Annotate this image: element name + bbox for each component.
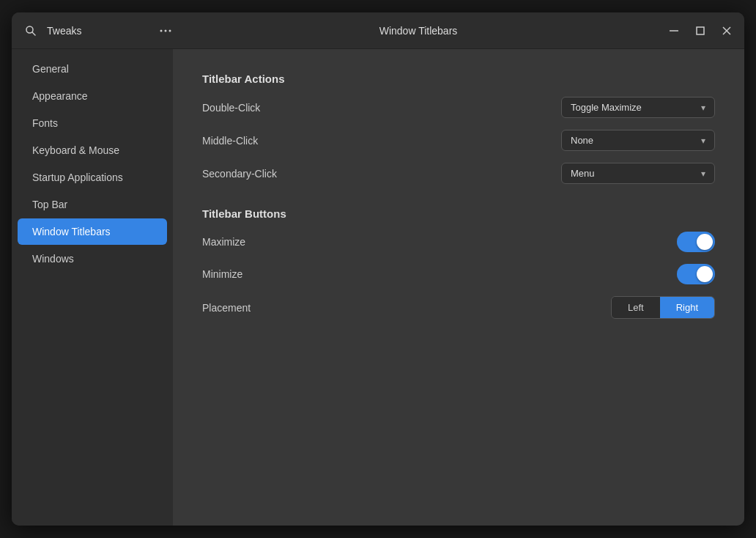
search-icon (25, 25, 37, 37)
maximize-toggle-knob (697, 234, 713, 250)
svg-line-1 (32, 32, 35, 35)
maximize-toggle-container (677, 232, 715, 252)
main-window: Tweaks Window Titlebars (12, 12, 744, 526)
titlebar-actions-heading: Titlebar Actions (202, 73, 715, 85)
maximize-row: Maximize (202, 232, 715, 252)
sidebar-item-window-titlebars[interactable]: Window Titlebars (18, 218, 167, 245)
main-panel: Titlebar Actions Double-Click Toggle Max… (173, 49, 744, 526)
maximize-button[interactable] (689, 19, 712, 43)
double-click-row: Double-Click Toggle Maximize ▾ (202, 97, 715, 118)
minimize-toggle-container (677, 264, 715, 284)
sidebar-item-startup-applications[interactable]: Startup Applications (18, 164, 167, 191)
minimize-button[interactable] (662, 19, 686, 43)
search-button[interactable] (18, 18, 44, 44)
secondary-click-row: Secondary-Click Menu ▾ (202, 163, 715, 184)
titlebar-right (658, 19, 738, 43)
svg-point-4 (169, 29, 171, 32)
placement-row: Placement Left Right (202, 296, 715, 319)
double-click-label: Double-Click (202, 102, 260, 114)
minimize-toggle[interactable] (677, 264, 715, 284)
svg-point-2 (160, 29, 163, 32)
minimize-label: Minimize (202, 268, 242, 280)
double-click-dropdown[interactable]: Toggle Maximize ▾ (561, 97, 715, 118)
placement-buttons: Left Right (611, 296, 715, 319)
double-click-arrow-icon: ▾ (701, 103, 705, 113)
placement-left-button[interactable]: Left (612, 297, 660, 318)
sidebar-item-appearance[interactable]: Appearance (18, 83, 167, 109)
secondary-click-label: Secondary-Click (202, 168, 277, 180)
svg-point-3 (165, 29, 167, 32)
sidebar-item-general[interactable]: General (18, 56, 167, 82)
minimize-toggle-knob (697, 266, 713, 282)
menu-button[interactable] (152, 18, 179, 44)
secondary-click-dropdown[interactable]: Menu ▾ (561, 163, 715, 184)
placement-label: Placement (202, 302, 251, 314)
section-spacer (202, 196, 715, 207)
close-button[interactable] (715, 19, 738, 43)
sidebar-item-windows[interactable]: Windows (18, 246, 167, 272)
window-title: Window Titlebars (379, 25, 458, 37)
titlebar-buttons-heading: Titlebar Buttons (202, 207, 715, 220)
middle-click-row: Middle-Click None ▾ (202, 130, 715, 151)
titlebar-left: Tweaks (18, 18, 179, 44)
sidebar: General Appearance Fonts Keyboard & Mous… (12, 49, 173, 526)
titlebar: Tweaks Window Titlebars (12, 12, 744, 49)
app-name-label: Tweaks (47, 25, 149, 37)
double-click-value: Toggle Maximize (571, 102, 642, 113)
sidebar-item-keyboard-mouse[interactable]: Keyboard & Mouse (18, 137, 167, 163)
middle-click-arrow-icon: ▾ (701, 136, 705, 146)
sidebar-item-top-bar[interactable]: Top Bar (18, 191, 167, 218)
placement-right-button[interactable]: Right (660, 297, 714, 318)
secondary-click-arrow-icon: ▾ (701, 169, 705, 179)
middle-click-value: None (571, 135, 593, 146)
maximize-icon (696, 26, 705, 35)
close-icon (722, 26, 731, 35)
sidebar-item-fonts[interactable]: Fonts (18, 110, 167, 136)
middle-click-dropdown[interactable]: None ▾ (561, 130, 715, 151)
maximize-label: Maximize (202, 236, 245, 248)
middle-click-label: Middle-Click (202, 135, 258, 147)
content-area: General Appearance Fonts Keyboard & Mous… (12, 49, 744, 526)
maximize-toggle[interactable] (677, 232, 715, 252)
titlebar-center: Window Titlebars (179, 25, 658, 37)
svg-rect-6 (697, 27, 704, 34)
minimize-row: Minimize (202, 264, 715, 284)
secondary-click-value: Menu (571, 168, 595, 179)
minimize-icon (670, 30, 678, 32)
more-icon (160, 29, 171, 32)
